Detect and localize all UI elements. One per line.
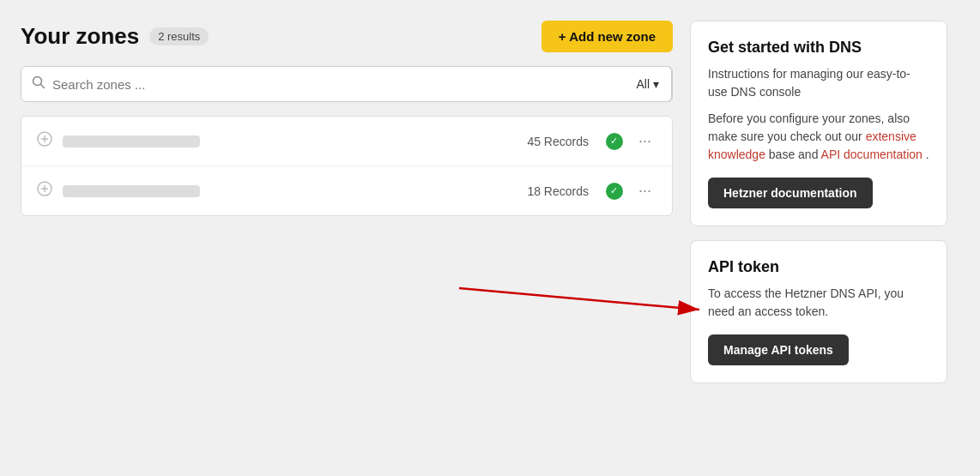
chevron-down-icon: ▾ [653,77,659,91]
zone-row: 18 Records ✓ ··· [21,166,672,215]
page-title: Your zones [21,23,139,50]
zone-menu-button[interactable]: ··· [633,180,656,202]
add-zone-button[interactable]: + Add new zone [541,21,673,52]
results-badge: 2 results [149,27,209,45]
zone-name [63,136,200,148]
zone-row: 45 Records ✓ ··· [21,117,672,166]
search-icon [32,75,45,93]
zone-status-badge: ✓ [606,133,623,150]
search-input[interactable] [52,77,624,92]
zones-list: 45 Records ✓ ··· 18 Records ✓ ··· [21,116,673,216]
zone-status-icon [37,131,52,151]
dns-card-desc1: Instructions for managing our easy-to-us… [708,65,929,101]
page-header: Your zones 2 results + Add new zone [21,21,673,52]
api-token-desc: To access the Hetzner DNS API, you need … [708,285,929,321]
zone-name [63,185,200,197]
api-token-title: API token [708,258,929,276]
dns-card-title: Get started with DNS [708,39,929,57]
search-bar: All ▾ [21,66,673,102]
manage-api-tokens-button[interactable]: Manage API tokens [708,334,849,365]
api-token-card: API token To access the Hetzner DNS API,… [690,240,947,383]
search-filter-button[interactable]: All ▾ [624,66,672,102]
zone-records: 18 Records [527,184,589,198]
zone-status-badge: ✓ [606,183,623,200]
zone-status-icon [37,181,52,201]
dns-card: Get started with DNS Instructions for ma… [690,21,947,226]
api-documentation-link[interactable]: API documentation [821,148,923,161]
zone-menu-button[interactable]: ··· [633,130,656,152]
sidebar: Get started with DNS Instructions for ma… [690,21,947,455]
main-content: Your zones 2 results + Add new zone All … [21,21,673,455]
svg-line-1 [41,85,45,88]
hetzner-documentation-button[interactable]: Hetzner documentation [708,178,873,208]
page-title-row: Your zones 2 results [21,23,209,50]
zone-records: 45 Records [527,135,589,148]
dns-card-desc2: Before you configure your zones, also ma… [708,110,929,164]
